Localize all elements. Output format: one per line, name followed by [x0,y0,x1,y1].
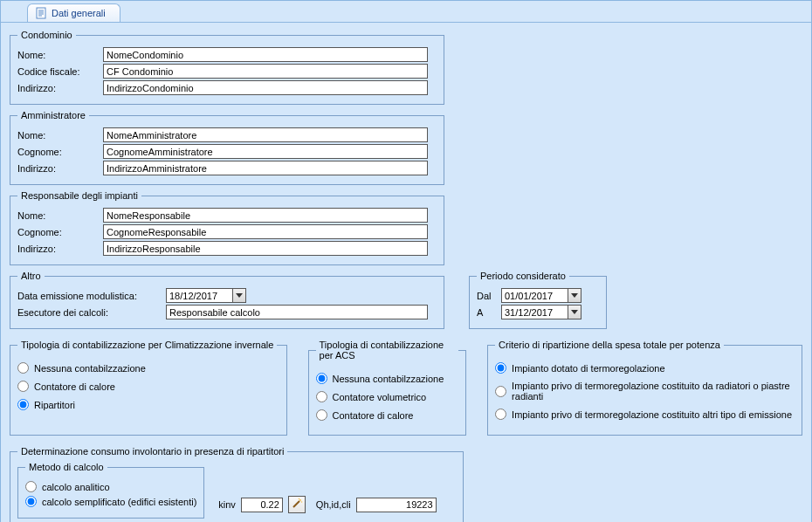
criterio-group: Criterio di ripartizione della spesa tot… [487,340,802,436]
altro-esec-input[interactable] [166,305,428,319]
criterio-opt-radiatori[interactable]: Impianto privo di termoregolazione costi… [495,381,795,402]
amministratore-legend: Amministratore [17,110,89,120]
periodo-dal-input[interactable] [501,288,568,303]
svg-point-7 [301,501,303,503]
periodo-a-label: A [477,307,501,318]
condominio-group: Condominio Nome: Codice fiscale: Indiriz… [10,30,444,105]
kinv-input[interactable] [241,498,283,512]
periodo-legend: Periodo considerato [477,271,569,281]
tipoacs-opt-nessuna[interactable]: Nessuna contabilzzazione [316,373,459,384]
condominio-cf-input[interactable] [103,64,428,79]
criterio-radio-radiatori[interactable] [495,386,506,397]
tipoacs-opt1-label: Nessuna contabilzzazione [333,374,444,384]
tipoacs-legend: Tipologia di contabilizzazione per ACS [316,340,459,361]
condominio-ind-label: Indirizzo: [17,83,103,93]
periodo-dal-label: Dal [477,291,501,301]
tab-content: Condominio Nome: Codice fiscale: Indiriz… [1,22,811,522]
main-window: Dati generali Condominio Nome: Codice fi… [0,0,812,522]
criterio-radio-altri[interactable] [495,409,506,420]
tipoacs-radio-nessuna[interactable] [316,373,327,384]
tipoacs-opt3-label: Contatore di calore [333,410,414,421]
altro-esec-label: Esecutore dei calcoli: [17,307,166,318]
kinv-label: kinv [218,499,236,510]
svg-point-6 [299,499,301,501]
periodo-a-input[interactable] [501,305,568,319]
metodo-opt2-label: calcolo semplificato (edifici esistenti) [42,497,196,507]
document-icon [35,7,47,19]
tipoacs-group: Tipologia di contabilizzazione per ACS N… [308,340,467,436]
metodo-radio-semplificato[interactable] [25,496,37,507]
resp-cognome-label: Cognome: [17,227,103,237]
svg-point-8 [299,498,300,499]
altro-data-label: Data emissione modulistica: [17,291,166,301]
amm-nome-input[interactable] [103,127,428,142]
criterio-opt2-label: Impianto privo di termoregolazione costi… [512,381,795,402]
responsabile-group: Responsabile degli impianti Nome: Cognom… [10,190,444,265]
condominio-cf-label: Codice fiscale: [17,66,103,77]
condominio-ind-input[interactable] [103,80,428,95]
svg-rect-0 [37,8,45,18]
criterio-opt-altri[interactable]: Impianto privo di termoregolazione costi… [495,409,795,420]
tipoacs-radio-vol[interactable] [316,391,327,402]
tipoclim-opt3-label: Ripartitori [34,400,75,410]
condominio-nome-input[interactable] [103,47,428,62]
qh-input[interactable] [356,498,437,512]
amm-cognome-input[interactable] [103,144,428,159]
altro-legend: Altro [17,271,45,281]
metodo-opt-analitico[interactable]: calcolo analitico [25,481,196,492]
tab-label: Dati generali [52,8,106,18]
altro-group: Altro Data emissione modulistica: Esecut… [10,271,444,329]
determinazione-group: Determinazione consumo involontario in p… [10,446,464,522]
tipoclim-radio-nessuna[interactable] [17,362,29,374]
metodo-group: Metodo di calcolo calcolo analitico calc… [17,462,204,519]
amm-cognome-label: Cognome: [17,147,103,157]
tipoclim-group: Tipologia di contabilizzazione per Clima… [10,340,287,436]
responsabile-legend: Responsabile degli impianti [17,190,141,201]
kinv-tool-button[interactable] [288,496,306,513]
tipoclim-opt-ripartitori[interactable]: Ripartitori [17,399,279,410]
amm-nome-label: Nome: [17,130,103,141]
metodo-radio-analitico[interactable] [25,481,37,492]
resp-nome-label: Nome: [17,210,103,221]
resp-cognome-input[interactable] [103,224,428,239]
resp-nome-input[interactable] [103,208,428,223]
tipoclim-radio-calore[interactable] [17,381,29,392]
periodo-group: Periodo considerato Dal A [469,271,607,329]
metodo-opt1-label: calcolo analitico [42,482,110,492]
resp-ind-input[interactable] [103,241,428,256]
tipoclim-opt-nessuna[interactable]: Nessuna contabilzzazione [17,362,279,374]
condominio-legend: Condominio [17,30,76,40]
condominio-nome-label: Nome: [17,50,103,60]
wand-icon [291,498,303,512]
criterio-opt3-label: Impianto privo di termoregolazione costi… [512,409,792,420]
metodo-legend: Metodo di calcolo [25,462,107,472]
criterio-radio-dotato[interactable] [495,362,506,374]
amm-ind-input[interactable] [103,161,428,175]
resp-ind-label: Indirizzo: [17,244,103,254]
tipoacs-opt-calore[interactable]: Contatore di calore [316,409,459,421]
periodo-a-dropdown[interactable] [568,305,581,319]
metodo-opt-semplificato[interactable]: calcolo semplificato (edifici esistenti) [25,496,196,507]
tipoclim-opt1-label: Nessuna contabilzzazione [34,363,146,374]
tipoclim-radio-ripartitori[interactable] [17,399,29,410]
altro-data-input[interactable] [166,288,232,303]
criterio-legend: Criterio di ripartizione della spesa tot… [495,340,724,350]
tipoacs-radio-calore[interactable] [316,409,327,421]
determinazione-legend: Determinazione consumo involontario in p… [17,446,287,457]
tab-dati-generali[interactable]: Dati generali [27,3,120,22]
qh-label: Qh,id,cli [316,499,351,510]
tipoclim-opt-calore[interactable]: Contatore di calore [17,381,279,392]
tipoacs-opt-vol[interactable]: Contatore volumetrico [316,391,459,402]
svg-line-5 [293,501,299,507]
criterio-opt-dotato[interactable]: Impianto dotato di termoregolazione [495,362,795,374]
altro-data-dropdown[interactable] [232,288,246,303]
tipoclim-legend: Tipologia di contabilizzazione per Clima… [17,340,277,350]
tab-strip: Dati generali [1,1,811,22]
amm-ind-label: Indirizzo: [17,163,103,174]
amministratore-group: Amministratore Nome: Cognome: Indirizzo: [10,110,444,185]
tipoclim-opt2-label: Contatore di calore [34,381,115,392]
tipoacs-opt2-label: Contatore volumetrico [333,392,427,402]
criterio-opt1-label: Impianto dotato di termoregolazione [512,363,665,374]
periodo-dal-dropdown[interactable] [568,288,581,303]
